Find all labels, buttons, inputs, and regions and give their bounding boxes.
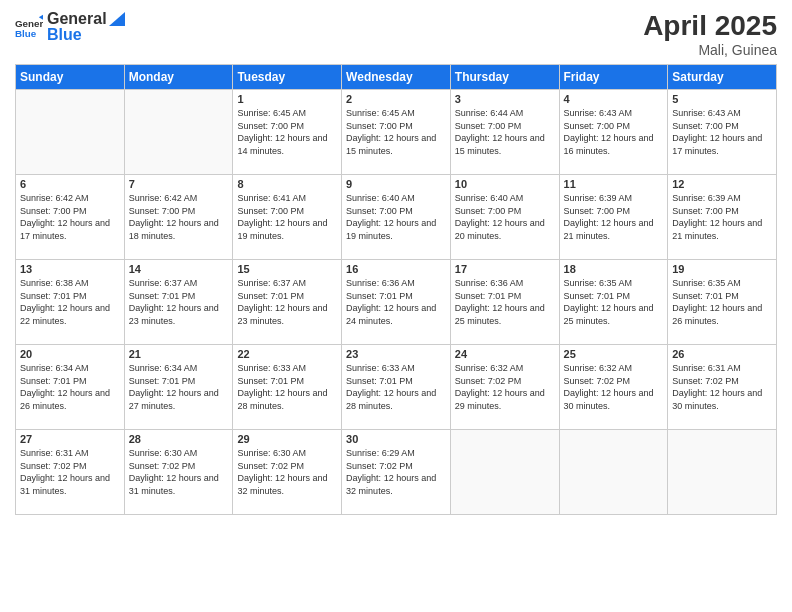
month-year-title: April 2025 xyxy=(643,10,777,42)
table-row: 15Sunrise: 6:37 AM Sunset: 7:01 PM Dayli… xyxy=(233,260,342,345)
table-row: 16Sunrise: 6:36 AM Sunset: 7:01 PM Dayli… xyxy=(342,260,451,345)
table-row: 23Sunrise: 6:33 AM Sunset: 7:01 PM Dayli… xyxy=(342,345,451,430)
table-row: 7Sunrise: 6:42 AM Sunset: 7:00 PM Daylig… xyxy=(124,175,233,260)
table-row: 21Sunrise: 6:34 AM Sunset: 7:01 PM Dayli… xyxy=(124,345,233,430)
cell-info: Sunrise: 6:39 AM Sunset: 7:00 PM Dayligh… xyxy=(564,192,664,242)
cell-date: 22 xyxy=(237,348,337,360)
header-wednesday: Wednesday xyxy=(342,65,451,90)
table-row: 5Sunrise: 6:43 AM Sunset: 7:00 PM Daylig… xyxy=(668,90,777,175)
table-row xyxy=(124,90,233,175)
cell-date: 8 xyxy=(237,178,337,190)
logo-triangle-icon xyxy=(109,12,125,26)
cell-date: 6 xyxy=(20,178,120,190)
cell-info: Sunrise: 6:39 AM Sunset: 7:00 PM Dayligh… xyxy=(672,192,772,242)
svg-text:Blue: Blue xyxy=(15,27,37,38)
cell-date: 30 xyxy=(346,433,446,445)
cell-date: 4 xyxy=(564,93,664,105)
cell-info: Sunrise: 6:35 AM Sunset: 7:01 PM Dayligh… xyxy=(672,277,772,327)
table-row: 18Sunrise: 6:35 AM Sunset: 7:01 PM Dayli… xyxy=(559,260,668,345)
header-monday: Monday xyxy=(124,65,233,90)
cell-date: 7 xyxy=(129,178,229,190)
table-row: 9Sunrise: 6:40 AM Sunset: 7:00 PM Daylig… xyxy=(342,175,451,260)
table-row xyxy=(450,430,559,515)
table-row: 28Sunrise: 6:30 AM Sunset: 7:02 PM Dayli… xyxy=(124,430,233,515)
cell-info: Sunrise: 6:38 AM Sunset: 7:01 PM Dayligh… xyxy=(20,277,120,327)
cell-date: 18 xyxy=(564,263,664,275)
table-row: 3Sunrise: 6:44 AM Sunset: 7:00 PM Daylig… xyxy=(450,90,559,175)
table-row: 30Sunrise: 6:29 AM Sunset: 7:02 PM Dayli… xyxy=(342,430,451,515)
cell-date: 12 xyxy=(672,178,772,190)
title-block: April 2025 Mali, Guinea xyxy=(643,10,777,58)
cell-date: 2 xyxy=(346,93,446,105)
table-row: 8Sunrise: 6:41 AM Sunset: 7:00 PM Daylig… xyxy=(233,175,342,260)
cell-date: 1 xyxy=(237,93,337,105)
table-row: 6Sunrise: 6:42 AM Sunset: 7:00 PM Daylig… xyxy=(16,175,125,260)
cell-info: Sunrise: 6:37 AM Sunset: 7:01 PM Dayligh… xyxy=(129,277,229,327)
cell-info: Sunrise: 6:33 AM Sunset: 7:01 PM Dayligh… xyxy=(346,362,446,412)
logo: General Blue General Blue xyxy=(15,10,125,43)
location-title: Mali, Guinea xyxy=(643,42,777,58)
cell-info: Sunrise: 6:31 AM Sunset: 7:02 PM Dayligh… xyxy=(672,362,772,412)
table-row xyxy=(559,430,668,515)
cell-info: Sunrise: 6:44 AM Sunset: 7:00 PM Dayligh… xyxy=(455,107,555,157)
cell-info: Sunrise: 6:36 AM Sunset: 7:01 PM Dayligh… xyxy=(455,277,555,327)
cell-info: Sunrise: 6:45 AM Sunset: 7:00 PM Dayligh… xyxy=(346,107,446,157)
table-row: 29Sunrise: 6:30 AM Sunset: 7:02 PM Dayli… xyxy=(233,430,342,515)
logo-blue: Blue xyxy=(47,26,125,44)
cell-info: Sunrise: 6:34 AM Sunset: 7:01 PM Dayligh… xyxy=(20,362,120,412)
table-row: 14Sunrise: 6:37 AM Sunset: 7:01 PM Dayli… xyxy=(124,260,233,345)
cell-date: 9 xyxy=(346,178,446,190)
table-row: 13Sunrise: 6:38 AM Sunset: 7:01 PM Dayli… xyxy=(16,260,125,345)
header-tuesday: Tuesday xyxy=(233,65,342,90)
table-row: 10Sunrise: 6:40 AM Sunset: 7:00 PM Dayli… xyxy=(450,175,559,260)
cell-info: Sunrise: 6:32 AM Sunset: 7:02 PM Dayligh… xyxy=(564,362,664,412)
cell-info: Sunrise: 6:41 AM Sunset: 7:00 PM Dayligh… xyxy=(237,192,337,242)
cell-info: Sunrise: 6:30 AM Sunset: 7:02 PM Dayligh… xyxy=(237,447,337,497)
cell-date: 10 xyxy=(455,178,555,190)
header-thursday: Thursday xyxy=(450,65,559,90)
cell-date: 16 xyxy=(346,263,446,275)
cell-date: 3 xyxy=(455,93,555,105)
table-row: 20Sunrise: 6:34 AM Sunset: 7:01 PM Dayli… xyxy=(16,345,125,430)
cell-info: Sunrise: 6:37 AM Sunset: 7:01 PM Dayligh… xyxy=(237,277,337,327)
header: General Blue General Blue April 2025 Mal… xyxy=(15,10,777,58)
table-row: 4Sunrise: 6:43 AM Sunset: 7:00 PM Daylig… xyxy=(559,90,668,175)
cell-info: Sunrise: 6:32 AM Sunset: 7:02 PM Dayligh… xyxy=(455,362,555,412)
cell-info: Sunrise: 6:33 AM Sunset: 7:01 PM Dayligh… xyxy=(237,362,337,412)
table-row: 27Sunrise: 6:31 AM Sunset: 7:02 PM Dayli… xyxy=(16,430,125,515)
table-row: 24Sunrise: 6:32 AM Sunset: 7:02 PM Dayli… xyxy=(450,345,559,430)
table-row: 12Sunrise: 6:39 AM Sunset: 7:00 PM Dayli… xyxy=(668,175,777,260)
cell-date: 29 xyxy=(237,433,337,445)
table-row: 11Sunrise: 6:39 AM Sunset: 7:00 PM Dayli… xyxy=(559,175,668,260)
cell-date: 26 xyxy=(672,348,772,360)
cell-date: 24 xyxy=(455,348,555,360)
cell-date: 5 xyxy=(672,93,772,105)
calendar-page: General Blue General Blue April 2025 Mal… xyxy=(0,0,792,612)
cell-date: 21 xyxy=(129,348,229,360)
calendar-table: Sunday Monday Tuesday Wednesday Thursday… xyxy=(15,64,777,515)
cell-info: Sunrise: 6:29 AM Sunset: 7:02 PM Dayligh… xyxy=(346,447,446,497)
cell-info: Sunrise: 6:43 AM Sunset: 7:00 PM Dayligh… xyxy=(564,107,664,157)
cell-info: Sunrise: 6:42 AM Sunset: 7:00 PM Dayligh… xyxy=(129,192,229,242)
cell-date: 15 xyxy=(237,263,337,275)
cell-date: 20 xyxy=(20,348,120,360)
cell-date: 11 xyxy=(564,178,664,190)
logo-icon: General Blue xyxy=(15,13,43,41)
cell-date: 25 xyxy=(564,348,664,360)
cell-info: Sunrise: 6:31 AM Sunset: 7:02 PM Dayligh… xyxy=(20,447,120,497)
cell-date: 13 xyxy=(20,263,120,275)
table-row: 22Sunrise: 6:33 AM Sunset: 7:01 PM Dayli… xyxy=(233,345,342,430)
header-saturday: Saturday xyxy=(668,65,777,90)
cell-info: Sunrise: 6:43 AM Sunset: 7:00 PM Dayligh… xyxy=(672,107,772,157)
days-header-row: Sunday Monday Tuesday Wednesday Thursday… xyxy=(16,65,777,90)
cell-info: Sunrise: 6:36 AM Sunset: 7:01 PM Dayligh… xyxy=(346,277,446,327)
cell-date: 19 xyxy=(672,263,772,275)
cell-info: Sunrise: 6:30 AM Sunset: 7:02 PM Dayligh… xyxy=(129,447,229,497)
table-row: 19Sunrise: 6:35 AM Sunset: 7:01 PM Dayli… xyxy=(668,260,777,345)
table-row: 26Sunrise: 6:31 AM Sunset: 7:02 PM Dayli… xyxy=(668,345,777,430)
header-friday: Friday xyxy=(559,65,668,90)
cell-info: Sunrise: 6:42 AM Sunset: 7:00 PM Dayligh… xyxy=(20,192,120,242)
table-row: 25Sunrise: 6:32 AM Sunset: 7:02 PM Dayli… xyxy=(559,345,668,430)
cell-date: 17 xyxy=(455,263,555,275)
table-row: 2Sunrise: 6:45 AM Sunset: 7:00 PM Daylig… xyxy=(342,90,451,175)
